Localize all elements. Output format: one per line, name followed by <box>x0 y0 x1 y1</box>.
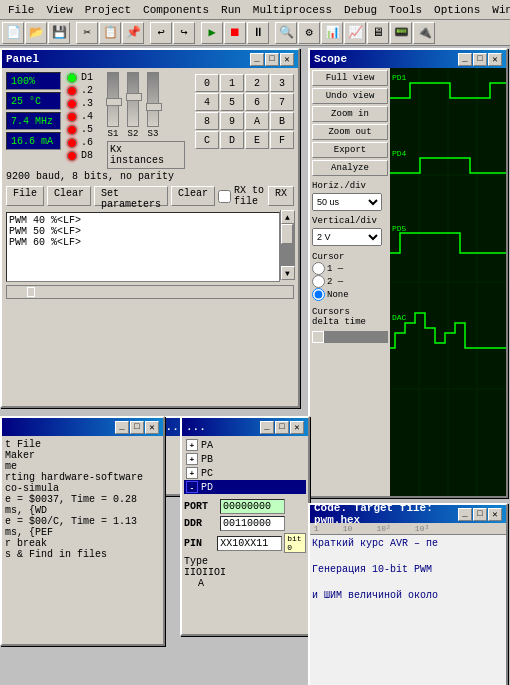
console-close[interactable]: ✕ <box>145 421 159 434</box>
toolbar-oscilloscope[interactable]: 📈 <box>344 22 366 44</box>
cursor-1-radio[interactable] <box>312 262 325 275</box>
num-e[interactable]: E <box>245 131 269 149</box>
slider-s3-track[interactable] <box>147 72 159 127</box>
num-4[interactable]: 4 <box>195 93 219 111</box>
undo-view-button[interactable]: Undo view <box>312 88 388 104</box>
vert-div-select[interactable]: 2 V <box>312 228 382 246</box>
toolbar-save[interactable]: 💾 <box>48 22 70 44</box>
pd-item-pa[interactable]: + PA <box>184 438 306 452</box>
menu-tools[interactable]: Tools <box>383 4 428 16</box>
pd-title-bar[interactable]: ... _ □ ✕ <box>182 418 308 436</box>
pd-minimize[interactable]: _ <box>260 421 274 434</box>
toolbar-new[interactable]: 📄 <box>2 22 24 44</box>
tree-expand-pb[interactable]: + <box>186 453 198 465</box>
menu-window[interactable]: Window <box>486 4 510 16</box>
h-scroll-thumb[interactable] <box>27 287 35 297</box>
scope-close[interactable]: ✕ <box>488 53 502 66</box>
toolbar-cut[interactable]: ✂ <box>76 22 98 44</box>
scope-title-bar[interactable]: Scope _ □ ✕ <box>310 50 506 68</box>
num-a[interactable]: A <box>245 112 269 130</box>
console-title-bar[interactable]: _ □ ✕ <box>2 418 163 436</box>
rx-button[interactable]: RX <box>268 186 294 206</box>
pd-item-pd[interactable]: - PD <box>184 480 306 494</box>
pd-close[interactable]: ✕ <box>290 421 304 434</box>
horiz-div-select[interactable]: 50 us <box>312 193 382 211</box>
toolbar-paste[interactable]: 📌 <box>122 22 144 44</box>
scope-maximize[interactable]: □ <box>473 53 487 66</box>
menu-view[interactable]: View <box>40 4 78 16</box>
tree-expand-pd[interactable]: - <box>186 481 198 493</box>
export-button[interactable]: Export <box>312 142 388 158</box>
toolbar-stop[interactable]: ⏹ <box>224 22 246 44</box>
toolbar-settings[interactable]: ⚙ <box>298 22 320 44</box>
toolbar-connect[interactable]: 🔌 <box>413 22 435 44</box>
slider-s3-thumb[interactable] <box>146 103 162 111</box>
menu-project[interactable]: Project <box>79 4 137 16</box>
port-value-port[interactable]: 00000000 <box>220 499 285 514</box>
slider-s1-track[interactable] <box>107 72 119 127</box>
num-f[interactable]: F <box>270 131 294 149</box>
scroll-up[interactable]: ▲ <box>281 210 295 224</box>
num-0[interactable]: 0 <box>195 74 219 92</box>
toolbar-copy[interactable]: 📋 <box>99 22 121 44</box>
cursor-none-radio[interactable] <box>312 288 325 301</box>
clear-button-1[interactable]: Clear <box>47 186 91 206</box>
rx-to-file-checkbox[interactable] <box>218 190 231 203</box>
code-close[interactable]: ✕ <box>488 508 502 521</box>
pd-item-pc[interactable]: + PC <box>184 466 306 480</box>
menu-components[interactable]: Components <box>137 4 215 16</box>
panel-minimize[interactable]: _ <box>250 53 264 66</box>
cursor-none-label[interactable]: None <box>312 288 388 301</box>
analyze-button[interactable]: Analyze <box>312 160 388 176</box>
scope-minimize[interactable]: _ <box>458 53 472 66</box>
zoom-in-button[interactable]: Zoom in <box>312 106 388 122</box>
output-area[interactable]: PWM 40 %<LF> PWM 50 %<LF> PWM 60 %<LF> <box>6 212 280 282</box>
cursor-2-radio[interactable] <box>312 275 325 288</box>
scope-vscrollbar[interactable] <box>312 331 388 343</box>
pd-maximize[interactable]: □ <box>275 421 289 434</box>
num-b[interactable]: B <box>270 112 294 130</box>
clear-button-2[interactable]: Clear <box>171 186 215 206</box>
set-params-button[interactable]: Set parameters <box>94 186 168 206</box>
num-6[interactable]: 6 <box>245 93 269 111</box>
toolbar-run[interactable]: ▶ <box>201 22 223 44</box>
console-maximize[interactable]: □ <box>130 421 144 434</box>
menu-run[interactable]: Run <box>215 4 247 16</box>
slider-s1-thumb[interactable] <box>106 98 122 106</box>
menu-options[interactable]: Options <box>428 4 486 16</box>
tree-expand-pa[interactable]: + <box>186 439 198 451</box>
menu-debug[interactable]: Debug <box>338 4 383 16</box>
panel-title-bar[interactable]: Panel _ □ ✕ <box>2 50 298 68</box>
num-3[interactable]: 3 <box>270 74 294 92</box>
num-1[interactable]: 1 <box>220 74 244 92</box>
tree-expand-pc[interactable]: + <box>186 467 198 479</box>
slider-s2-track[interactable] <box>127 72 139 127</box>
toolbar-undo[interactable]: ↩ <box>150 22 172 44</box>
toolbar-pause[interactable]: ⏸ <box>247 22 269 44</box>
rx-to-file-label[interactable]: RX to file <box>218 185 265 207</box>
toolbar-chart[interactable]: 📊 <box>321 22 343 44</box>
num-9[interactable]: 9 <box>220 112 244 130</box>
cursor-2-label[interactable]: 2 — <box>312 275 388 288</box>
file-button[interactable]: File <box>6 186 44 206</box>
scroll-track[interactable] <box>281 224 295 266</box>
toolbar-open[interactable]: 📂 <box>25 22 47 44</box>
toolbar-device[interactable]: 📟 <box>390 22 412 44</box>
code-content[interactable]: Краткий курс AVR – пе Генерация 10-bit P… <box>310 535 506 685</box>
panel-maximize[interactable]: □ <box>265 53 279 66</box>
h-scrollbar[interactable] <box>6 285 294 299</box>
num-5[interactable]: 5 <box>220 93 244 111</box>
code-minimize[interactable]: _ <box>458 508 472 521</box>
toolbar-redo[interactable]: ↪ <box>173 22 195 44</box>
pd-item-pb[interactable]: + PB <box>184 452 306 466</box>
full-view-button[interactable]: Full view <box>312 70 388 86</box>
scope-display[interactable]: PD1 PD4 PD5 DAC <box>390 68 506 496</box>
panel-close[interactable]: ✕ <box>280 53 294 66</box>
scroll-thumb[interactable] <box>281 224 293 244</box>
scroll-down[interactable]: ▼ <box>281 266 295 280</box>
zoom-out-button[interactable]: Zoom out <box>312 124 388 140</box>
code-title-bar[interactable]: Code. Target file: pwm.hex _ □ ✕ <box>310 505 506 523</box>
output-scrollbar[interactable]: ▲ ▼ <box>280 210 294 280</box>
num-8[interactable]: 8 <box>195 112 219 130</box>
code-maximize[interactable]: □ <box>473 508 487 521</box>
